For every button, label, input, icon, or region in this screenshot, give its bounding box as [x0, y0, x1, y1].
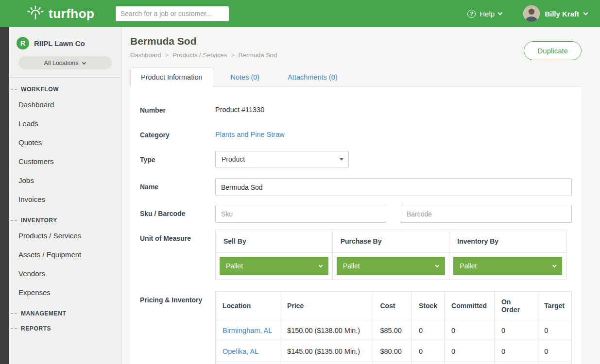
- chevron-down-icon: [318, 264, 322, 267]
- avatar: [523, 5, 540, 22]
- unit-of-measure-label: Unit of Measure: [140, 230, 215, 280]
- sidebar-section-workflow: WORKFLOW: [9, 86, 121, 93]
- pricing-inventory-label: Pricing & Inventory: [140, 291, 215, 364]
- inventory-by-dropdown[interactable]: Pallet: [453, 257, 562, 275]
- pricing-inventory-table: Location Price Cost Stock Committed On O…: [215, 291, 572, 364]
- breadcrumb-separator: >: [165, 51, 169, 59]
- category-row: Category Plants and Pine Straw: [140, 126, 572, 139]
- section-dash-icon: [11, 328, 17, 329]
- left-rail: [0, 27, 9, 364]
- purchase-by-dropdown[interactable]: Pallet: [337, 257, 446, 275]
- page-title: Bermuda Sod: [130, 35, 277, 47]
- pricing-header-row: Location Price Cost Stock Committed On O…: [216, 292, 572, 320]
- chevron-down-icon: [583, 10, 588, 15]
- global-search: [115, 6, 229, 22]
- col-on-order: On Order: [494, 292, 537, 320]
- number-label: Number: [140, 101, 215, 115]
- help-label: Help: [480, 10, 495, 18]
- sidebar-item-dashboard[interactable]: Dashboard: [9, 95, 121, 114]
- sku-barcode-row: Sku / Barcode: [140, 205, 572, 223]
- category-link[interactable]: Plants and Pine Straw: [215, 131, 285, 138]
- search-input[interactable]: [115, 6, 229, 22]
- target-cell: 0: [537, 320, 572, 341]
- col-cost: Cost: [373, 292, 411, 320]
- uom-column-inventory-by: Inventory By: [449, 230, 566, 253]
- sidebar-item-leads[interactable]: Leads: [9, 114, 121, 133]
- unit-of-measure-row: Unit of Measure Sell By Purchase By Inve…: [140, 230, 572, 280]
- brand-logo[interactable]: turfhop: [0, 5, 115, 22]
- category-label: Category: [140, 126, 215, 139]
- col-price: Price: [280, 292, 373, 320]
- committed-cell: 0: [445, 341, 495, 362]
- location-link-birmingham[interactable]: Birmingham, AL: [223, 327, 272, 334]
- select-arrow-icon: [340, 158, 343, 161]
- barcode-input[interactable]: [401, 205, 572, 223]
- table-row: Opelika, AL $145.00 ($135.00 Min.) $80.0…: [216, 341, 572, 362]
- company-badge: R: [17, 37, 29, 50]
- locations-label: All Locations: [44, 60, 79, 66]
- sidebar-section-inventory: INVENTORY: [9, 217, 121, 224]
- sku-barcode-label: Sku / Barcode: [140, 205, 215, 223]
- tab-notes[interactable]: Notes (0): [220, 67, 271, 86]
- breadcrumb-products-services[interactable]: Products / Services: [172, 51, 227, 59]
- breadcrumb-current: Bermuda Sod: [239, 51, 277, 59]
- cost-cell: $80.00: [373, 341, 411, 362]
- topbar-right: ? Help Billy Kraft: [467, 5, 600, 22]
- stock-cell: 0: [411, 320, 444, 341]
- sidebar-item-vendors[interactable]: Vendors: [9, 264, 121, 283]
- chevron-down-icon: [82, 60, 86, 64]
- sidebar-section-label: REPORTS: [21, 325, 51, 332]
- help-menu[interactable]: ? Help: [467, 10, 502, 18]
- type-row: Type Product: [140, 151, 572, 167]
- app-window: turfhop ? Help Billy Kraft: [0, 0, 600, 364]
- tab-bar: Product Information Notes (0) Attachment…: [121, 67, 600, 86]
- type-select-value: Product: [222, 155, 245, 163]
- type-label: Type: [140, 151, 215, 167]
- sidebar-section-management[interactable]: MANAGEMENT: [9, 310, 121, 317]
- sidebar-item-quotes[interactable]: Quotes: [9, 133, 121, 152]
- all-locations-dropdown[interactable]: All Locations: [18, 56, 112, 69]
- sidebar-item-assets-equipment[interactable]: Assets / Equipment: [9, 245, 121, 264]
- unit-of-measure-table: Sell By Purchase By Inventory By Pallet: [215, 230, 566, 280]
- price-cell: $150.00 ($138.00 Min.): [280, 320, 373, 341]
- breadcrumb-dashboard[interactable]: Dashboard: [130, 51, 161, 59]
- sidebar-section-label: WORKFLOW: [21, 86, 59, 93]
- user-name: Billy Kraft: [545, 10, 579, 18]
- type-select[interactable]: Product: [215, 151, 349, 167]
- sidebar-section-reports[interactable]: REPORTS: [9, 325, 121, 332]
- purchase-by-value: Pallet: [343, 262, 360, 270]
- inventory-by-value: Pallet: [460, 262, 477, 270]
- name-input[interactable]: [215, 178, 572, 196]
- tab-product-information[interactable]: Product Information: [130, 67, 213, 87]
- sidebar-item-expenses[interactable]: Expenses: [9, 283, 121, 302]
- product-information-panel: Number Product #11330 Category Plants an…: [130, 86, 582, 364]
- location-link-opelika[interactable]: Opelika, AL: [223, 347, 258, 355]
- chevron-down-icon: [435, 264, 439, 267]
- sidebar-item-customers[interactable]: Customers: [9, 152, 121, 171]
- tab-attachments[interactable]: Attachments (0): [277, 67, 348, 86]
- company-name: RIIPL Lawn Co: [34, 39, 85, 48]
- sidebar-item-jobs[interactable]: Jobs: [9, 171, 121, 190]
- stock-cell: 0: [411, 341, 444, 362]
- target-cell: 0: [537, 341, 572, 362]
- sprinkler-logo-icon: [27, 5, 44, 22]
- brand-name: turfhop: [49, 6, 94, 21]
- duplicate-button[interactable]: Duplicate: [524, 41, 582, 60]
- company-header: R RIIPL Lawn Co: [9, 27, 121, 55]
- sidebar-item-products-services[interactable]: Products / Services: [9, 226, 121, 245]
- sku-input[interactable]: [215, 205, 386, 223]
- breadcrumb-separator: >: [231, 51, 235, 59]
- table-row: Birmingham, AL $150.00 ($138.00 Min.) $8…: [216, 320, 572, 341]
- sidebar-item-invoices[interactable]: Invoices: [9, 190, 121, 209]
- user-menu[interactable]: Billy Kraft: [523, 5, 587, 22]
- sidebar-section-label: INVENTORY: [21, 217, 57, 224]
- col-stock: Stock: [411, 292, 444, 320]
- sell-by-dropdown[interactable]: Pallet: [220, 257, 328, 275]
- cost-cell: $85.00: [373, 320, 411, 341]
- pricing-inventory-row: Pricing & Inventory Location Price Cost: [140, 291, 572, 364]
- product-number-value: Product #11330: [215, 101, 572, 114]
- on-order-cell: 0: [494, 320, 537, 341]
- top-bar: turfhop ? Help Billy Kraft: [0, 0, 600, 27]
- col-location: Location: [216, 292, 280, 320]
- price-cell: $145.00 ($135.00 Min.): [280, 341, 373, 362]
